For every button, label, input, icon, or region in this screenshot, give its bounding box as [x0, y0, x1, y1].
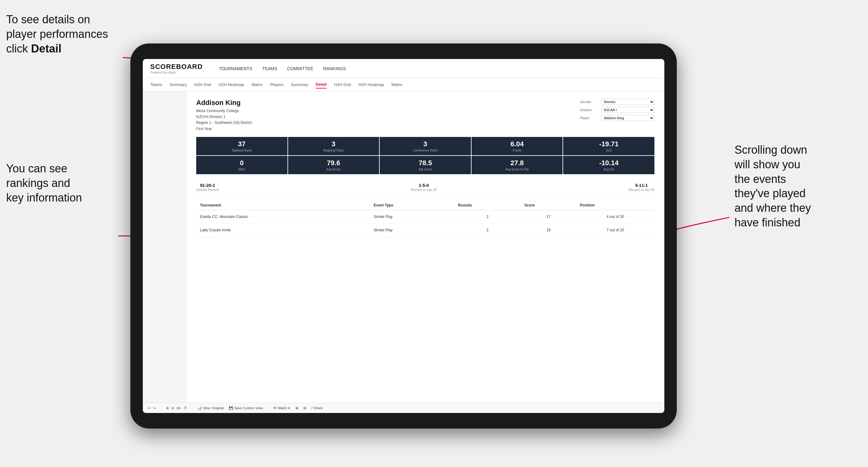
stat-points: 6.04 Points: [471, 137, 563, 155]
subnav-h2h-grid2[interactable]: H2H Grid: [334, 81, 351, 88]
player-name: Addison King: [196, 99, 252, 107]
stat-value-adj-score: 78.5: [382, 159, 468, 167]
stat-label-avg-sg: Avg SG: [566, 168, 652, 171]
gender-select[interactable]: Women: [601, 99, 654, 105]
timer-button[interactable]: ⏱: [184, 406, 187, 410]
share-button[interactable]: ⤴ Share: [311, 406, 323, 410]
subnav-h2h-heatmap2[interactable]: H2H Heatmap: [358, 81, 384, 88]
stat-label-sos: SoS: [566, 149, 652, 152]
division-control: Division NJCAA I: [580, 107, 654, 113]
stat-label-avg-score-par: Avg Score to Par: [474, 168, 560, 171]
stats-grid-row1: 37 National Rank 3 Regional Rank 3 Confe…: [196, 137, 654, 155]
zoom-out-button[interactable]: ⊖: [172, 406, 174, 410]
th-rounds: Rounds: [454, 200, 521, 210]
table-header: Tournament Event Type Rounds Score Posit…: [196, 200, 654, 210]
screen-button[interactable]: 🖥: [295, 406, 298, 410]
stat-value-national-rank: 37: [199, 140, 285, 148]
stat-regional-rank: 3 Regional Rank: [288, 137, 379, 155]
player-header: Addison King Mesa Community College NJCA…: [196, 99, 654, 132]
zoom-in-button[interactable]: ⊕: [166, 406, 169, 410]
row0-rounds: 2: [454, 210, 521, 223]
annotation-bl-line1: You can see: [6, 162, 67, 175]
record-top25: 1-5-0 Record vs top 25: [411, 183, 437, 192]
records-row: 91-20-1 Overall Record 1-5-0 Record vs t…: [196, 179, 654, 196]
annotation-topleft: To see details on player performances cl…: [6, 12, 124, 56]
division-label: Division: [580, 108, 598, 112]
view-original-button[interactable]: 📊 View: Original: [197, 406, 224, 410]
row0-tournament: Estella CC- Mountain Classic: [196, 210, 370, 223]
undo-button[interactable]: ↩: [148, 406, 151, 410]
division-select[interactable]: NJCAA I: [601, 107, 654, 113]
nav-committee[interactable]: COMMITTEE: [287, 65, 313, 72]
stats-grid-row2: 0 Wins 79.6 Avg Score 78.5 Adj Score 27.…: [196, 156, 654, 174]
player-select[interactable]: Addison King: [601, 115, 654, 121]
scoreboard-logo: SCOREBOARD Powered by clippd: [150, 63, 203, 74]
stat-label-adj-score: Adj Score: [382, 168, 468, 171]
table-row: Estella CC- Mountain Classic Stroke Play…: [196, 210, 654, 223]
grid-button[interactable]: ⊞: [303, 406, 306, 410]
annotation-bl-line2: rankings and: [6, 177, 70, 189]
adjust-button[interactable]: ⊟+: [177, 406, 181, 410]
sidebar: [143, 91, 186, 403]
subnav-players[interactable]: Players: [270, 81, 283, 88]
row1-score: 16: [521, 223, 576, 237]
redo-button[interactable]: ↪: [153, 406, 156, 410]
row0-position: 4 out of 20: [576, 210, 654, 223]
subnav-h2h-heatmap[interactable]: H2H Heatmap: [219, 81, 244, 88]
record-top25-label: Record vs top 25: [411, 188, 437, 192]
subnav-summary[interactable]: Summary: [169, 81, 187, 88]
nav-rankings[interactable]: RANKINGS: [323, 65, 346, 72]
watch-button[interactable]: 👁 Watch ▾: [273, 406, 290, 410]
tournament-table: Tournament Event Type Rounds Score Posit…: [196, 200, 654, 237]
stat-value-points: 6.04: [474, 140, 560, 148]
subnav-summary2[interactable]: Summary: [291, 81, 308, 88]
annotation-r-line5: and where they: [735, 201, 811, 214]
record-top50-label: Record vs top 50: [629, 188, 654, 192]
table-row: Lady Coyote Invite Stroke Play 2 16 7 ou…: [196, 223, 654, 237]
annotation-bl-line3: key information: [6, 191, 82, 204]
nav-tournaments[interactable]: TOURNAMENTS: [219, 65, 252, 72]
player-label: Player: [580, 116, 598, 120]
content-area: Addison King Mesa Community College NJCA…: [186, 91, 664, 403]
stat-label-points: Points: [474, 149, 560, 152]
row0-event-type: Stroke Play: [370, 210, 454, 223]
stat-label-conference-rank: Conference Rank: [382, 149, 468, 152]
save-custom-view-button[interactable]: 💾 Save Custom View: [229, 406, 263, 410]
toolbar-divider2: [192, 406, 192, 410]
annotation-bottomleft: You can see rankings and key information: [6, 161, 124, 205]
row1-position: 7 out of 20: [576, 223, 654, 237]
stat-value-conference-rank: 3: [382, 140, 468, 148]
stat-avg-sg: -10.14 Avg SG: [563, 156, 654, 174]
record-top25-value: 1-5-0: [411, 183, 437, 188]
stat-wins: 0 Wins: [196, 156, 287, 174]
stat-label-wins: Wins: [199, 168, 285, 171]
player-controls: Gender Women Division NJCAA I: [580, 99, 654, 121]
record-overall: 91-20-1 Overall Record: [196, 183, 219, 192]
stat-label-national-rank: National Rank: [199, 149, 285, 152]
toolbar-divider1: [161, 406, 161, 410]
toolbar-tools-group: ⊕ ⊖ ⊟+ ⏱: [166, 406, 187, 410]
record-top50: 5-11-1 Record vs top 50: [629, 183, 654, 192]
stat-value-regional-rank: 3: [290, 140, 377, 148]
annotation-line2: player performances: [6, 28, 108, 40]
annotation-r-line2: will show you: [735, 158, 800, 171]
stat-sos: -19.71 SoS: [563, 137, 654, 155]
top-nav: SCOREBOARD Powered by clippd TOURNAMENTS…: [143, 59, 664, 78]
subnav-teams[interactable]: Teams: [150, 81, 162, 88]
player-school: Mesa Community College: [196, 108, 252, 114]
th-tournament: Tournament: [196, 200, 370, 210]
row1-event-type: Stroke Play: [370, 223, 454, 237]
stat-label-avg-score: Avg Score: [290, 168, 377, 171]
annotation-r-line4: they've played: [735, 187, 806, 200]
toolbar-divider3: [268, 406, 268, 410]
subnav-h2h-grid[interactable]: H2H Grid: [194, 81, 211, 88]
stat-conference-rank: 3 Conference Rank: [380, 137, 471, 155]
nav-teams[interactable]: TEAMS: [262, 65, 277, 72]
tablet: SCOREBOARD Powered by clippd TOURNAMENTS…: [130, 43, 677, 429]
subnav-detail[interactable]: Detail: [316, 81, 327, 89]
subnav-matrix2[interactable]: Matrix: [392, 81, 402, 88]
row0-score: 17: [521, 210, 576, 223]
player-division: NJCAA Division 1: [196, 114, 252, 120]
logo-main: SCOREBOARD: [150, 63, 203, 71]
subnav-matrix[interactable]: Matrix: [251, 81, 262, 88]
